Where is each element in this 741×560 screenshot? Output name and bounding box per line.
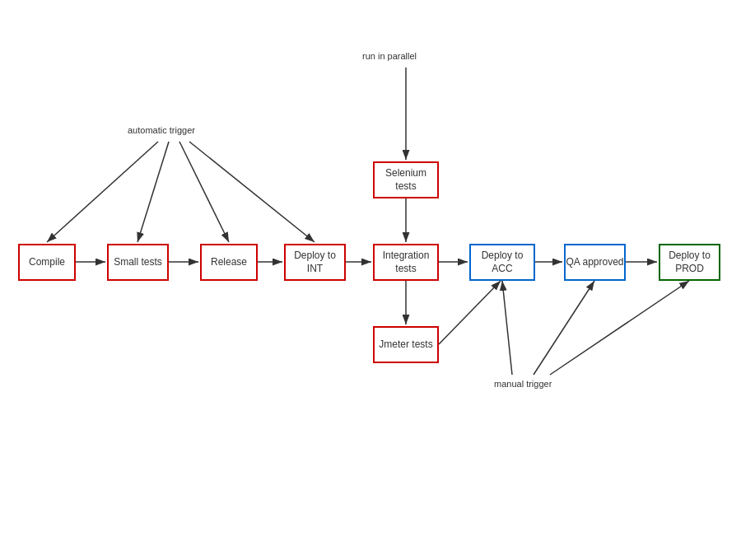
node-deploy-acc: Deploy to ACC (469, 244, 535, 281)
node-deploy-prod: Deploy to PROD (659, 244, 720, 281)
arrow-trigger-compile (47, 142, 158, 242)
label-run-parallel: run in parallel (362, 51, 417, 61)
node-release: Release (200, 244, 258, 281)
arrow-trigger-release (179, 142, 229, 242)
node-integration-tests: Integration tests (373, 244, 439, 281)
arrow-jmeter-deployacc (439, 281, 501, 344)
node-selenium-tests: Selenium tests (373, 161, 439, 198)
node-qa-approved: QA approved (564, 244, 626, 281)
diagram-container: Compile Small tests Release Deploy to IN… (0, 0, 741, 560)
node-compile: Compile (18, 244, 76, 281)
label-manual-trigger: manual trigger (494, 379, 552, 389)
node-jmeter-tests: Jmeter tests (373, 326, 439, 363)
arrow-trigger-deployint (189, 142, 315, 242)
node-deploy-int: Deploy to INT (284, 244, 346, 281)
arrow-manual-qa (534, 281, 594, 375)
arrow-manual-deployprod (550, 281, 689, 375)
arrow-manual-deployacc (502, 281, 512, 375)
node-small-tests: Small tests (107, 244, 169, 281)
label-automatic-trigger: automatic trigger (128, 125, 195, 135)
